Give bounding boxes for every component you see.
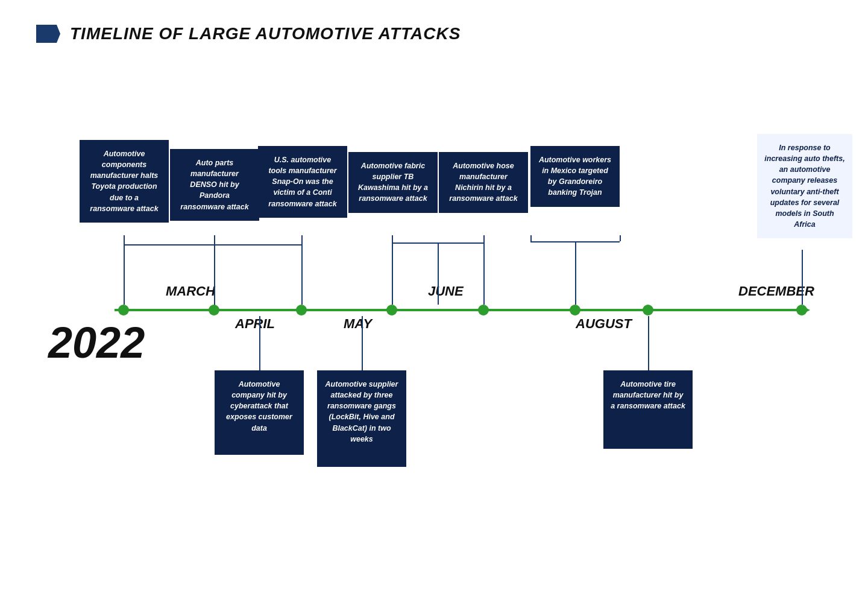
event-may-below: Automotive supplier attacked by three ra… — [317, 370, 406, 467]
connector-nichirin — [483, 242, 485, 305]
bracket-june-v2 — [483, 235, 485, 242]
event-nichirin: Automotive hose manufacturer Nichirin hi… — [439, 152, 528, 213]
connector-august-below — [648, 316, 649, 370]
timeline-dot-7 — [643, 305, 653, 315]
timeline-dot-5 — [478, 305, 489, 315]
bracket-march-h — [124, 244, 303, 246]
connector-snapon — [301, 239, 303, 305]
bracket-aug-above-drop — [575, 241, 576, 305]
bracket-march-v1 — [124, 235, 125, 244]
event-toyota: Automotive components manufacturer halts… — [80, 140, 169, 223]
bracket-march-v3 — [301, 235, 303, 244]
timeline-wrapper: 2022 MARCH JUNE DECEMBER APRIL MAY AUGUS… — [36, 80, 832, 574]
month-august: AUGUST — [576, 316, 632, 332]
timeline-dot-3 — [296, 305, 307, 315]
timeline-dot-1 — [118, 305, 129, 315]
header: TIMELINE OF LARGE AUTOMOTIVE ATTACKS — [36, 24, 832, 43]
bracket-aug-above-v2 — [620, 235, 621, 241]
timeline-dot-4 — [386, 305, 397, 315]
event-grandoreiro: Automotive workers in Mexico targeted by… — [530, 146, 620, 207]
bracket-aug-above-v1 — [530, 235, 532, 241]
page-title: TIMELINE OF LARGE AUTOMOTIVE ATTACKS — [70, 24, 461, 43]
event-august-below: Automotive tire manufacturer hit by a ra… — [603, 370, 693, 449]
month-march: MARCH — [166, 284, 215, 299]
month-april: APRIL — [235, 316, 275, 332]
timeline-dot-8 — [796, 305, 807, 315]
bracket-june-drop — [438, 242, 439, 305]
timeline-dot-2 — [209, 305, 219, 315]
month-june: JUNE — [428, 284, 464, 299]
connector-may-below — [362, 316, 363, 370]
connector-toyota — [124, 238, 125, 305]
timeline-dot-6 — [570, 305, 580, 315]
event-april-below: Automotive company hit by cyberattack th… — [215, 370, 304, 455]
connector-kawashima — [392, 242, 393, 305]
year-label: 2022 — [48, 321, 145, 364]
month-may: MAY — [344, 316, 372, 332]
header-icon — [36, 25, 60, 43]
event-snapon: U.S. automotive tools manufacturer Snap-… — [258, 146, 347, 218]
event-denso: Auto parts manufacturer DENSO hit by Pan… — [170, 149, 259, 221]
bracket-march-v2 — [214, 235, 215, 244]
bracket-march-drop — [214, 244, 215, 309]
connector-south-africa — [802, 250, 803, 305]
page-container: TIMELINE OF LARGE AUTOMOTIVE ATTACKS 202… — [0, 0, 868, 602]
event-south-africa: In response to increasing auto thefts, a… — [757, 134, 852, 238]
connector-april-below — [259, 316, 260, 370]
event-kawashima: Automotive fabric supplier TB Kawashima … — [348, 152, 438, 213]
bracket-june-v1 — [392, 235, 393, 242]
month-december: DECEMBER — [738, 284, 814, 299]
